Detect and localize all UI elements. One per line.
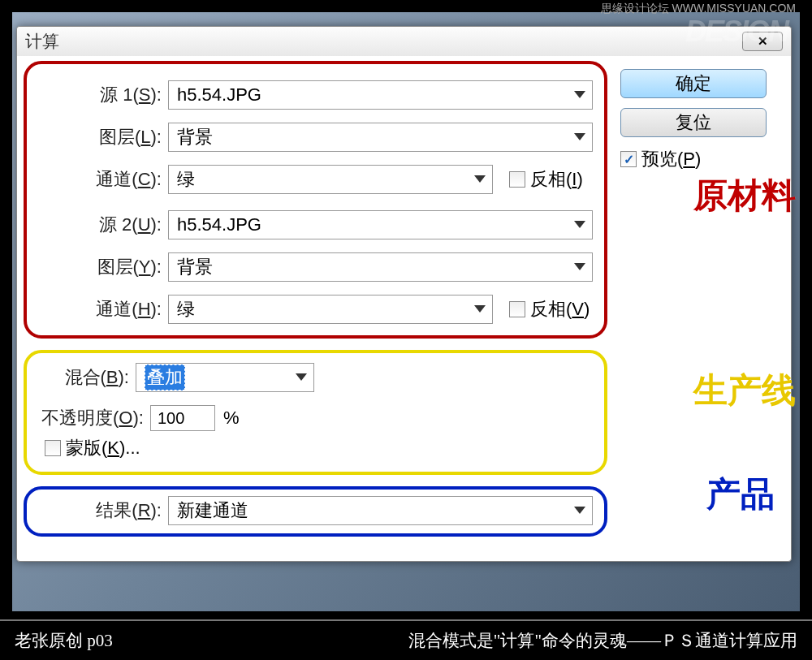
chevron-down-icon	[474, 175, 486, 183]
ok-button[interactable]: 确定	[620, 69, 767, 98]
checkbox-icon	[509, 171, 525, 188]
source1-row: 源 1(S): h5.54.JPG	[38, 80, 593, 110]
blend-dropdown[interactable]: 叠加	[136, 363, 314, 392]
blend-group: 混合(B): 叠加 不透明度(O): % 蒙版(K)...	[24, 350, 607, 475]
source1-invert-checkbox[interactable]: 反相(I)	[509, 167, 583, 192]
annotation-production-line: 生产线	[693, 368, 796, 413]
blend-label: 混合(B):	[38, 365, 136, 390]
source2-layer-dropdown[interactable]: 背景	[168, 252, 593, 282]
source1-channel-label: 通道(C):	[38, 167, 168, 192]
dialog-title: 计算	[25, 30, 59, 53]
source2-row: 源 2(U): h5.54.JPG	[38, 210, 593, 239]
percent-label: %	[223, 408, 240, 429]
source2-channel-label: 通道(H):	[38, 297, 168, 321]
annotation-product: 产品	[706, 472, 775, 517]
checkbox-icon	[620, 151, 637, 167]
source1-layer-dropdown[interactable]: 背景	[168, 123, 593, 152]
opacity-row: 不透明度(O): %	[38, 405, 593, 431]
footer: 老张原创 p03 混合模式是"计算"命令的灵魂——ＰＳ通道计算应用	[0, 619, 812, 660]
title-bar: 计算 ✕	[17, 27, 791, 56]
main-column: 源 1(S): h5.54.JPG 图层(L): 背景 通道(C):	[24, 61, 620, 548]
source1-layer-row: 图层(L): 背景	[38, 123, 593, 152]
chevron-down-icon	[574, 263, 585, 270]
result-label: 结果(R):	[38, 498, 168, 523]
dialog-body: 源 1(S): h5.54.JPG 图层(L): 背景 通道(C):	[17, 56, 791, 561]
source1-dropdown[interactable]: h5.54.JPG	[168, 80, 593, 110]
chevron-down-icon	[474, 305, 486, 313]
footer-left: 老张原创 p03	[15, 629, 113, 652]
footer-right: 混合模式是"计算"命令的灵魂——ＰＳ通道计算应用	[408, 629, 797, 652]
calculations-dialog: 计算 ✕ 源 1(S): h5.54.JPG 图层(L): 背景	[16, 26, 792, 562]
source1-layer-label: 图层(L):	[38, 125, 168, 149]
source1-channel-dropdown[interactable]: 绿	[168, 165, 493, 194]
source2-channel-row: 通道(H): 绿 反相(V)	[38, 295, 593, 324]
chevron-down-icon	[574, 221, 585, 228]
chevron-down-icon	[296, 373, 307, 381]
preview-checkbox[interactable]: 预览(P)	[620, 147, 783, 171]
source1-channel-row: 通道(C): 绿 反相(I)	[38, 165, 593, 194]
source1-label: 源 1(S):	[38, 83, 168, 107]
mask-checkbox[interactable]: 蒙版(K)...	[45, 436, 140, 460]
source2-dropdown[interactable]: h5.54.JPG	[168, 210, 593, 239]
result-dropdown[interactable]: 新建通道	[168, 496, 593, 525]
source2-layer-label: 图层(Y):	[38, 255, 168, 279]
chevron-down-icon	[574, 133, 585, 140]
opacity-label: 不透明度(O):	[41, 406, 150, 430]
sources-group: 源 1(S): h5.54.JPG 图层(L): 背景 通道(C):	[24, 61, 607, 339]
checkbox-icon	[45, 440, 61, 456]
result-row: 结果(R): 新建通道	[38, 496, 593, 525]
source2-channel-dropdown[interactable]: 绿	[168, 295, 493, 324]
checkbox-icon	[509, 301, 525, 317]
reset-button[interactable]: 复位	[620, 108, 767, 137]
mask-row: 蒙版(K)...	[45, 436, 593, 460]
watermark-logo: DESIGN	[685, 15, 788, 49]
source2-label: 源 2(U):	[38, 213, 168, 237]
result-group: 结果(R): 新建通道	[24, 486, 607, 537]
chevron-down-icon	[574, 507, 585, 514]
blend-row: 混合(B): 叠加	[38, 363, 593, 392]
side-column: 确定 复位 预览(P) 原材料 生产线 产品	[620, 61, 783, 548]
source2-layer-row: 图层(Y): 背景	[38, 252, 593, 282]
source2-invert-checkbox[interactable]: 反相(V)	[509, 297, 590, 321]
annotation-raw-materials: 原材料	[693, 173, 796, 218]
opacity-input[interactable]	[150, 405, 215, 431]
chevron-down-icon	[574, 91, 585, 98]
